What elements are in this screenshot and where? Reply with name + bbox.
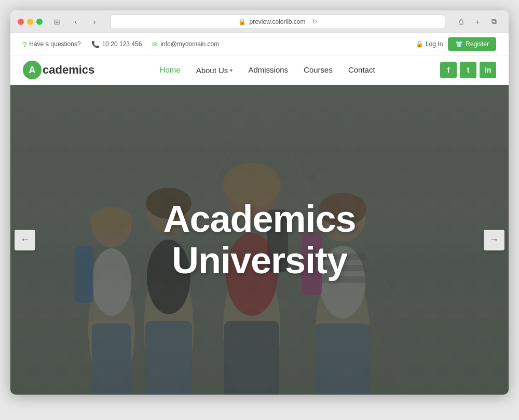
phone-icon: 📞 <box>91 40 100 48</box>
address-bar[interactable]: 🔒 preview.colorlib.com ↻ <box>110 15 445 29</box>
slider-prev-button[interactable]: ← <box>15 230 35 250</box>
nav-item-about-wrapper[interactable]: About Us ▾ <box>196 66 233 75</box>
phone-number: 10 20 123 456 <box>102 40 142 48</box>
nav-item-about[interactable]: About Us ▾ <box>196 66 233 75</box>
slider-next-button[interactable]: → <box>484 230 504 250</box>
email-item: ✉ info@mydomain.com <box>152 40 219 48</box>
traffic-lights <box>18 19 43 25</box>
facebook-button[interactable]: f <box>440 62 457 78</box>
social-icons: f t in <box>440 62 496 78</box>
login-label: Log In <box>426 40 443 48</box>
logo[interactable]: A cademics <box>23 61 94 79</box>
forward-button[interactable]: › <box>87 15 102 29</box>
top-bar-left: ? Have a questions? 📞 10 20 123 456 ✉ in… <box>23 40 219 48</box>
browser-actions: ⎙ + ⧉ <box>454 15 501 29</box>
question-label: Have a questions? <box>29 40 80 48</box>
back-button[interactable]: ‹ <box>69 15 83 29</box>
nav-item-home[interactable]: Home <box>160 65 181 75</box>
browser-window: ⊞ ‹ › 🔒 preview.colorlib.com ↻ ⎙ + ⧉ ? H… <box>10 10 509 395</box>
nav-item-courses[interactable]: Courses <box>304 65 333 75</box>
nav-link-admissions[interactable]: Admissions <box>248 65 288 74</box>
url-text: preview.colorlib.com <box>249 18 305 25</box>
main-nav: A cademics Home About Us ▾ <box>10 55 509 85</box>
nav-item-admissions[interactable]: Admissions <box>248 65 288 75</box>
tabs-button[interactable]: ⧉ <box>487 15 501 29</box>
arrow-left-icon: ← <box>20 234 30 245</box>
linkedin-button[interactable]: in <box>480 62 496 78</box>
website-content: ? Have a questions? 📞 10 20 123 456 ✉ in… <box>10 33 509 395</box>
maximize-button[interactable] <box>36 19 43 25</box>
sidebar-toggle-button[interactable]: ⊞ <box>50 15 64 29</box>
twitter-button[interactable]: t <box>460 62 476 78</box>
question-icon: ? <box>23 40 26 48</box>
hero-section: Academics University ← → <box>10 85 509 395</box>
nav-list: Home About Us ▾ Admissions Courses <box>160 65 375 75</box>
register-icon: 👕 <box>455 40 463 48</box>
phone-item: 📞 10 20 123 456 <box>91 40 142 48</box>
hero-content: Academics University <box>10 85 509 395</box>
nav-link-contact[interactable]: Contact <box>348 65 375 74</box>
logo-text: cademics <box>43 63 94 77</box>
nav-link-courses[interactable]: Courses <box>304 65 333 74</box>
arrow-right-icon: → <box>489 234 499 245</box>
logo-icon: A <box>23 61 42 79</box>
hero-title-line1: Academics <box>163 198 356 240</box>
login-icon: 🔒 <box>416 40 424 48</box>
nav-link-home[interactable]: Home <box>160 65 181 74</box>
register-button[interactable]: 👕 Register <box>448 37 496 51</box>
chevron-down-icon: ▾ <box>230 67 233 73</box>
hero-title-line2: University <box>172 240 347 281</box>
share-button[interactable]: ⎙ <box>454 15 468 29</box>
minimize-button[interactable] <box>27 19 33 25</box>
refresh-icon: ↻ <box>312 18 317 25</box>
new-tab-button[interactable]: + <box>470 15 485 29</box>
browser-titlebar: ⊞ ‹ › 🔒 preview.colorlib.com ↻ ⎙ + ⧉ <box>10 10 509 33</box>
lock-icon: 🔒 <box>238 18 246 25</box>
nav-link-about[interactable]: About Us <box>196 66 228 75</box>
main-nav-links: Home About Us ▾ Admissions Courses <box>160 65 375 75</box>
email-icon: ✉ <box>152 40 158 48</box>
email-address: info@mydomain.com <box>160 40 219 48</box>
top-bar-right: 🔒 Log In 👕 Register <box>416 37 496 51</box>
login-button[interactable]: 🔒 Log In <box>416 40 443 48</box>
nav-item-contact[interactable]: Contact <box>348 65 375 75</box>
top-bar: ? Have a questions? 📞 10 20 123 456 ✉ in… <box>10 33 509 55</box>
close-button[interactable] <box>18 19 24 25</box>
register-label: Register <box>466 40 489 48</box>
hero-title: Academics University <box>163 199 356 281</box>
question-item: ? Have a questions? <box>23 40 81 48</box>
